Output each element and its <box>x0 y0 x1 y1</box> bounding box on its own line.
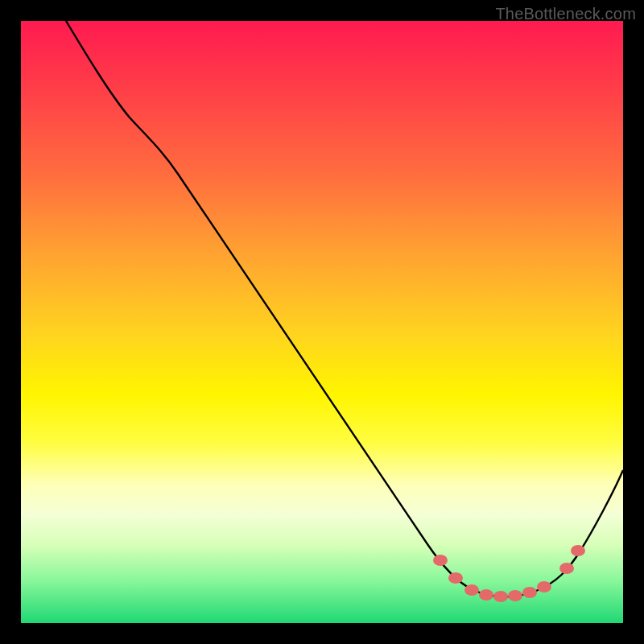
curve-marker <box>493 591 508 602</box>
chart-plot-area <box>21 21 623 623</box>
bottleneck-curve <box>66 21 623 597</box>
curve-marker <box>433 555 448 566</box>
chart-svg <box>21 21 623 623</box>
curve-marker <box>448 572 463 584</box>
curve-marker <box>522 587 537 598</box>
curve-marker <box>508 590 522 601</box>
curve-marker <box>559 563 574 574</box>
curve-marker <box>464 584 479 596</box>
curve-marker <box>479 589 493 601</box>
curve-marker <box>537 581 551 592</box>
curve-marker <box>571 545 585 556</box>
